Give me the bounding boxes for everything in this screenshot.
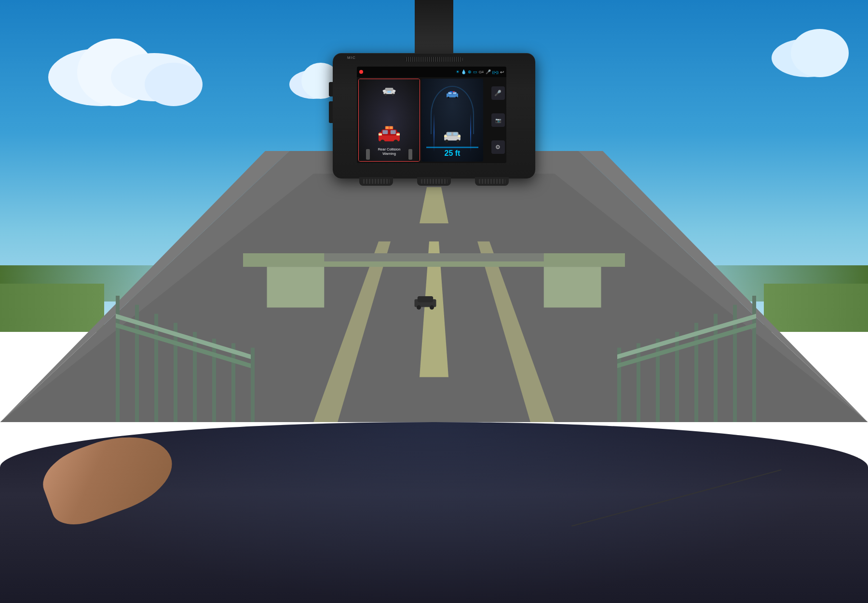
svg-point-50 — [380, 140, 385, 145]
svg-rect-37 — [385, 88, 393, 91]
svg-rect-44 — [386, 126, 389, 129]
svg-rect-69 — [444, 136, 447, 137]
mount-foot-inner-right — [479, 179, 505, 184]
svg-rect-12 — [193, 332, 197, 423]
svg-point-67 — [445, 139, 448, 142]
svg-point-59 — [455, 96, 457, 98]
distant-car — [412, 292, 438, 311]
warning-line2: Warning — [378, 151, 401, 156]
sun-icon: ☀ — [456, 69, 460, 74]
mount-foot-inner-center — [421, 179, 448, 184]
svg-rect-22 — [675, 332, 679, 423]
svg-point-40 — [384, 94, 387, 96]
side-buttons: 🎤 📷 ⚙ — [489, 77, 506, 163]
svg-rect-24 — [637, 343, 640, 422]
svg-rect-38 — [383, 90, 386, 92]
svg-rect-48 — [382, 130, 388, 134]
svg-rect-15 — [251, 347, 255, 422]
svg-point-41 — [392, 94, 394, 96]
camera-button[interactable]: 📷 — [491, 113, 505, 127]
mount-feet — [333, 177, 535, 186]
body-button-top[interactable] — [329, 82, 333, 96]
svg-rect-66 — [453, 133, 457, 136]
svg-point-34 — [417, 305, 421, 310]
mount-foot-right — [475, 177, 509, 186]
car-ahead-icon — [382, 86, 396, 96]
g-sensor-icon: G≡ — [479, 70, 484, 74]
screen-content: ☀ 💧 ⊕ ▭ G≡ 🎤 ((•)) ↩ — [357, 67, 506, 163]
svg-rect-29 — [267, 267, 325, 307]
forward-distance-panel: 25 ft — [421, 79, 483, 162]
warning-bar-left — [366, 149, 370, 160]
mic-label: MIC — [347, 55, 356, 60]
svg-rect-42 — [387, 91, 391, 93]
svg-rect-49 — [391, 130, 396, 134]
own-vehicle-icon — [442, 130, 462, 144]
mount-foot-center — [417, 177, 451, 186]
dashcam-body: MIC ☀ 💧 ⊕ ▭ G≡ — [333, 53, 535, 178]
wifi-icon: ((•)) — [492, 70, 499, 74]
fuel-icon: ▭ — [473, 69, 477, 74]
rear-collision-panel: Rear Collision Warning — [358, 79, 420, 162]
status-right: ☀ 💧 ⊕ ▭ G≡ 🎤 ((•)) ↩ — [456, 69, 504, 75]
svg-point-35 — [430, 305, 434, 310]
svg-rect-13 — [212, 339, 216, 422]
svg-rect-53 — [396, 134, 400, 136]
warning-bar-right — [408, 149, 412, 160]
rear-collision-panel-inner: Rear Collision Warning — [359, 79, 420, 161]
svg-rect-57 — [453, 92, 457, 94]
svg-rect-11 — [174, 323, 177, 422]
svg-rect-65 — [448, 133, 451, 136]
svg-rect-56 — [448, 92, 452, 94]
svg-point-58 — [448, 96, 449, 98]
svg-rect-30 — [544, 267, 601, 307]
colliding-car-icon — [376, 125, 403, 147]
microphone-icon: 🎤 — [494, 90, 502, 96]
body-button-mid[interactable] — [329, 101, 333, 123]
warning-line1: Rear Collision — [378, 147, 401, 152]
svg-rect-21 — [694, 323, 698, 422]
status-bar: ☀ 💧 ⊕ ▭ G≡ 🎤 ((•)) ↩ — [357, 67, 506, 77]
back-icon[interactable]: ↩ — [500, 69, 504, 75]
svg-rect-45 — [390, 126, 393, 129]
gear-icon: ⚙ — [495, 144, 501, 151]
lead-car-icon — [445, 91, 460, 98]
settings-button[interactable]: ⚙ — [491, 140, 505, 154]
mount-foot-inner-left — [363, 179, 390, 184]
distance-bar — [426, 147, 478, 148]
dashcam-screen: ☀ 💧 ⊕ ▭ G≡ 🎤 ((•)) ↩ — [357, 67, 506, 163]
warning-text: Rear Collision Warning — [378, 147, 401, 157]
scene: MIC ☀ 💧 ⊕ ▭ G≡ — [0, 0, 868, 603]
svg-rect-39 — [393, 90, 395, 92]
svg-rect-23 — [656, 339, 660, 422]
mount-foot-left — [359, 177, 393, 186]
svg-rect-14 — [231, 343, 235, 422]
distance-display: 25 ft — [445, 149, 461, 158]
panels-area: Rear Collision Warning — [357, 77, 487, 163]
speaker-grille — [405, 57, 463, 62]
drop-icon: 💧 — [461, 69, 466, 74]
dashcam-device: MIC ☀ 💧 ⊕ ▭ G≡ — [333, 53, 535, 188]
svg-rect-62 — [453, 91, 455, 92]
camera-icon: 📷 — [495, 118, 501, 123]
mic-status-icon: 🎤 — [486, 69, 491, 74]
svg-rect-61 — [450, 91, 452, 92]
svg-rect-31 — [324, 253, 543, 261]
svg-point-51 — [393, 140, 398, 145]
svg-rect-33 — [418, 296, 433, 302]
gps-icon: ⊕ — [468, 69, 472, 74]
svg-rect-25 — [617, 347, 621, 422]
microphone-button[interactable]: 🎤 — [491, 86, 505, 100]
svg-rect-52 — [379, 134, 382, 136]
svg-point-68 — [456, 139, 459, 142]
forward-distance-panel-inner: 25 ft — [421, 79, 483, 162]
svg-rect-70 — [458, 136, 461, 137]
status-left — [359, 70, 363, 74]
recording-indicator — [359, 70, 363, 74]
